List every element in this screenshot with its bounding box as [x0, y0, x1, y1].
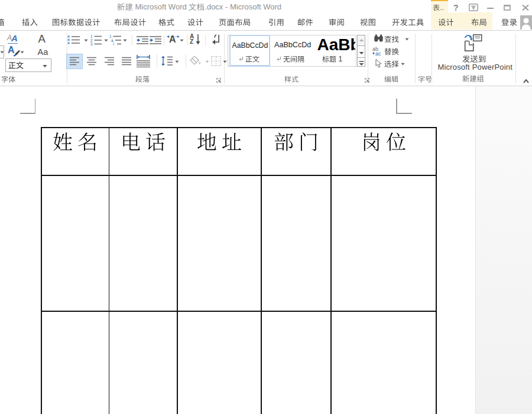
svg-text:i: i: [113, 42, 114, 45]
svg-text:3: 3: [90, 42, 93, 45]
svg-text:ac: ac: [375, 51, 381, 56]
